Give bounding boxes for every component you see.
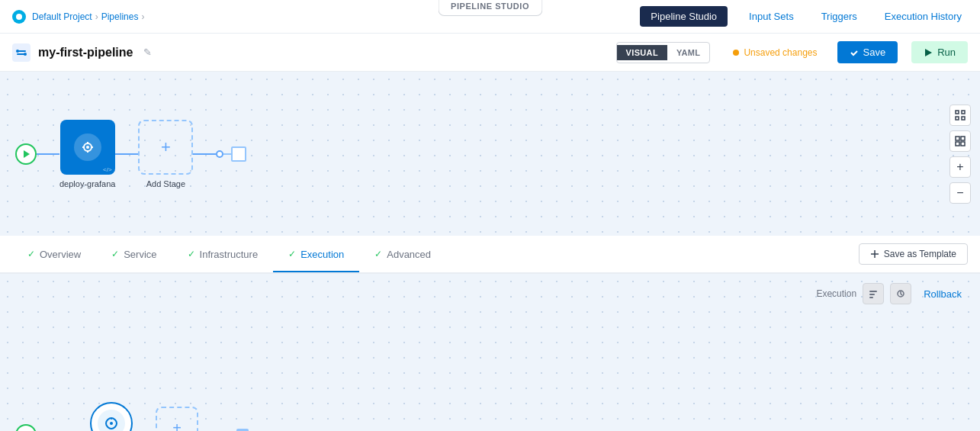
breadcrumb-sep2: › <box>141 11 144 22</box>
pipeline-studio-badge: PIPELINE STUDIO <box>438 0 542 16</box>
tab-overview-label: Overview <box>40 249 81 260</box>
overview-check-icon: ✓ <box>27 249 35 259</box>
rollout-step-box[interactable]: </> <box>90 402 133 432</box>
fit-screen-button[interactable] <box>949 105 971 126</box>
add-step-box[interactable]: + <box>156 407 198 431</box>
connector-line-2 <box>115 153 138 155</box>
svg-marker-5 <box>925 49 932 56</box>
deploy-stage[interactable]: </> deploy-grafana <box>59 120 115 188</box>
svg-rect-12 <box>956 137 959 140</box>
tab-overview[interactable]: ✓ Overview <box>12 238 96 272</box>
yaml-view-btn[interactable]: YAML <box>667 45 709 60</box>
nav-execution-history[interactable]: Execution History <box>879 8 968 25</box>
svg-rect-13 <box>961 137 965 140</box>
add-stage[interactable]: + Add Stage <box>138 120 193 188</box>
exec-start-node <box>15 424 37 432</box>
svg-rect-8 <box>956 111 959 114</box>
tab-advanced-label: Advanced <box>387 249 431 260</box>
svg-rect-16 <box>869 291 877 292</box>
unsaved-changes: Unsaved changes <box>733 47 817 58</box>
svg-point-0 <box>16 14 22 20</box>
execution-icon-btn-2[interactable] <box>890 283 911 304</box>
run-button[interactable]: Run <box>911 41 968 63</box>
svg-point-7 <box>86 146 89 149</box>
deploy-stage-label: deploy-grafana <box>59 179 115 188</box>
breadcrumb-sep1: › <box>95 11 98 22</box>
svg-point-20 <box>110 422 113 425</box>
svg-rect-17 <box>869 294 875 295</box>
upper-canvas: </> deploy-grafana + Add Stage + − <box>0 72 980 236</box>
add-step[interactable]: + Add Step <box>156 407 198 431</box>
nav-input-sets[interactable]: Input Sets <box>743 8 800 25</box>
infrastructure-check-icon: ✓ <box>188 249 195 259</box>
svg-rect-10 <box>962 111 965 114</box>
end-node <box>231 146 246 162</box>
svg-rect-9 <box>962 117 965 120</box>
svg-rect-11 <box>956 117 959 120</box>
svg-point-3 <box>16 50 19 53</box>
edit-icon[interactable]: ✎ <box>143 47 152 58</box>
pipeline-icon <box>12 43 31 62</box>
start-triangle-icon <box>24 150 30 158</box>
grid-view-button[interactable] <box>949 130 971 152</box>
deploy-stage-icon <box>74 133 101 161</box>
execution-icon-btn-1[interactable] <box>863 283 884 304</box>
breadcrumb: Default Project › Pipelines › <box>12 10 144 24</box>
tab-advanced[interactable]: ✓ Advanced <box>359 238 446 272</box>
pipeline-flow: </> deploy-grafana + Add Stage <box>15 120 246 188</box>
deploy-stage-box[interactable]: </> <box>60 120 115 175</box>
unsaved-label: Unsaved changes <box>744 47 817 58</box>
nav-buttons: Pipeline Studio Input Sets Triggers Exec… <box>640 6 968 27</box>
save-template-button[interactable]: Save as Template <box>859 243 968 265</box>
pipeline-title: my-first-pipeline <box>38 46 133 60</box>
execution-label: Execution <box>816 288 856 299</box>
nav-pipeline-studio[interactable]: Pipeline Studio <box>640 6 728 27</box>
svg-rect-14 <box>956 142 959 146</box>
svg-point-4 <box>24 53 27 56</box>
advanced-check-icon: ✓ <box>374 249 382 259</box>
tab-service[interactable]: ✓ Service <box>96 238 172 272</box>
svg-rect-15 <box>961 142 965 146</box>
save-button[interactable]: Save <box>837 41 898 63</box>
nav-triggers[interactable]: Triggers <box>815 8 863 25</box>
top-navigation: Default Project › Pipelines › PIPELINE S… <box>0 0 980 34</box>
visual-view-btn[interactable]: VISUAL <box>617 45 667 60</box>
start-node <box>15 143 37 165</box>
svg-rect-18 <box>869 297 873 298</box>
tab-infrastructure-label: Infrastructure <box>200 249 259 260</box>
circle-node <box>216 150 223 158</box>
unsaved-dot <box>733 50 739 56</box>
zoom-in-button[interactable]: + <box>949 156 971 178</box>
add-stage-box[interactable]: + <box>138 120 193 175</box>
stage-code-tag: </> <box>103 166 112 173</box>
execution-check-icon: ✓ <box>288 249 296 259</box>
tab-service-label: Service <box>124 249 156 260</box>
execution-flow: </> RolloutDeployment + Add Step <box>15 402 249 432</box>
view-toggle: VISUAL YAML <box>616 42 711 63</box>
execution-label-row: Execution Rollback <box>816 283 968 304</box>
breadcrumb-project[interactable]: Default Project <box>32 11 92 22</box>
connector-line-3 <box>193 153 216 155</box>
tab-execution-label: Execution <box>300 249 344 260</box>
tab-execution[interactable]: ✓ Execution <box>273 238 359 272</box>
harness-logo <box>12 10 26 24</box>
service-check-icon: ✓ <box>111 249 119 259</box>
save-template-label: Save as Template <box>884 249 956 259</box>
rollout-step-icon <box>98 410 125 432</box>
zoom-controls: + − <box>949 105 971 204</box>
lower-canvas: Execution Rollback </> RolloutDeployment <box>0 274 980 431</box>
connector-line-4 <box>223 153 231 155</box>
breadcrumb-pipelines[interactable]: Pipelines <box>101 11 139 22</box>
title-bar: my-first-pipeline ✎ VISUAL YAML Unsaved … <box>0 34 980 72</box>
zoom-out-button[interactable]: − <box>949 182 971 204</box>
tab-infrastructure[interactable]: ✓ Infrastructure <box>172 238 274 272</box>
rollout-step[interactable]: </> RolloutDeployment <box>90 402 133 432</box>
rollback-button[interactable]: Rollback <box>917 285 968 303</box>
connector-line-1 <box>37 153 59 155</box>
stage-tabs: ✓ Overview ✓ Service ✓ Infrastructure ✓ … <box>0 236 980 274</box>
add-stage-label: Add Stage <box>146 179 185 188</box>
exec-end-node <box>236 429 249 432</box>
